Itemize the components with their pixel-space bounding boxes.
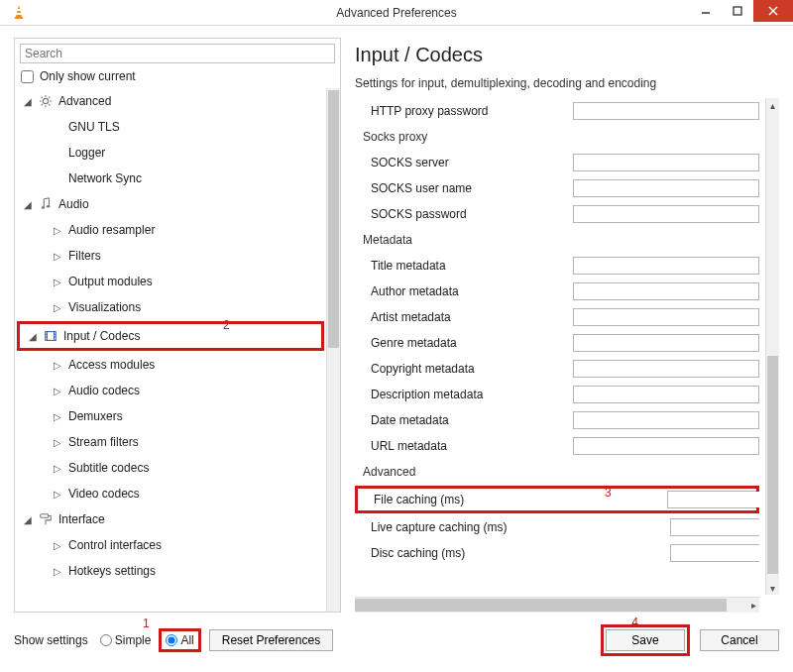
chevron-right-icon: ▷ <box>53 277 62 287</box>
scrollbar-thumb[interactable] <box>355 599 727 612</box>
chevron-right-icon: ▷ <box>53 566 62 577</box>
disc-caching-spinner[interactable]: ▲▼ <box>670 544 759 562</box>
show-settings-label: Show settings <box>14 633 88 647</box>
annotation-1: 1 <box>143 616 150 630</box>
svg-line-14 <box>49 104 50 105</box>
svg-rect-5 <box>734 7 741 15</box>
chevron-right-icon: ▷ <box>53 251 62 262</box>
tree-control-interfaces[interactable]: ▷Control interfaces <box>15 532 326 558</box>
tree-visualizations[interactable]: ▷Visualizations <box>15 294 326 320</box>
cancel-button[interactable]: Cancel <box>700 629 779 651</box>
only-show-current-checkbox[interactable] <box>21 70 34 83</box>
file-caching-input[interactable] <box>668 492 779 507</box>
svg-line-13 <box>42 97 43 98</box>
scrollbar-thumb[interactable] <box>328 90 339 348</box>
tree-logger[interactable]: Logger <box>15 140 326 166</box>
search-input[interactable] <box>20 44 335 63</box>
live-capture-input[interactable] <box>671 519 779 535</box>
tree-audio-resampler[interactable]: ▷Audio resampler <box>15 217 326 243</box>
row-file-caching: File caching (ms) ▲▼ <box>358 489 756 510</box>
scroll-down-icon[interactable]: ▾ <box>766 581 779 595</box>
chevron-right-icon: ▷ <box>53 302 62 313</box>
tree-scrollbar[interactable] <box>326 88 340 612</box>
group-socks-proxy: Socks proxy <box>355 124 759 150</box>
description-metadata-input[interactable] <box>573 386 759 403</box>
tree-audio-codecs[interactable]: ▷Audio codecs <box>15 378 326 403</box>
minimize-button[interactable] <box>690 0 722 22</box>
author-metadata-input[interactable] <box>573 282 759 300</box>
chevron-right-icon: ▷ <box>53 489 62 500</box>
tree-input-codecs[interactable]: ◢ Input / Codecs <box>20 324 321 348</box>
save-button[interactable]: Save <box>606 629 685 651</box>
genre-metadata-input[interactable] <box>573 334 759 352</box>
tree-filters[interactable]: ▷Filters <box>15 243 326 269</box>
highlight-radio-all: All <box>159 628 200 652</box>
copyright-metadata-input[interactable] <box>573 360 759 378</box>
tree-stream-filters[interactable]: ▷Stream filters <box>15 429 326 455</box>
preferences-tree[interactable]: ◢ Advanced GNU TLS Logger Network Sync ◢… <box>15 88 340 612</box>
chevron-right-icon: ▷ <box>53 540 62 551</box>
tree-subtitle-codecs[interactable]: ▷Subtitle codecs <box>15 455 326 481</box>
tree-audio[interactable]: ◢ Audio <box>15 191 326 217</box>
svg-rect-27 <box>41 514 49 518</box>
group-advanced: Advanced <box>355 459 759 485</box>
row-disc-caching: Disc caching (ms) ▲▼ <box>355 540 759 566</box>
socks-server-input[interactable] <box>573 154 759 171</box>
maximize-button[interactable] <box>722 0 753 22</box>
chevron-down-icon: ◢ <box>23 96 33 107</box>
tree-hotkeys-settings[interactable]: ▷Hotkeys settings <box>15 558 326 584</box>
tree-output-modules[interactable]: ▷Output modules <box>15 269 326 294</box>
window-title: Advanced Preferences <box>0 0 793 26</box>
disc-caching-input[interactable] <box>671 545 779 561</box>
artist-metadata-input[interactable] <box>573 308 759 326</box>
highlight-input-codecs: ◢ Input / Codecs <box>17 321 324 351</box>
titlebar: Advanced Preferences <box>0 0 793 26</box>
row-live-capture: Live capture caching (ms) ▲▼ <box>355 514 759 540</box>
reset-preferences-button[interactable]: Reset Preferences <box>209 629 333 651</box>
bottom-bar: Show settings Simple All Reset Preferenc… <box>14 618 779 662</box>
tree-video-codecs[interactable]: ▷Video codecs <box>15 481 326 506</box>
horizontal-scrollbar[interactable]: ◂ ▸ <box>355 597 759 613</box>
http-proxy-password-input[interactable] <box>573 102 759 120</box>
scroll-right-icon[interactable]: ▸ <box>746 598 760 613</box>
tree-demuxers[interactable]: ▷Demuxers <box>15 403 326 429</box>
chevron-down-icon: ◢ <box>28 331 38 342</box>
socks-user-input[interactable] <box>573 179 759 197</box>
chevron-right-icon: ▷ <box>53 463 62 474</box>
music-note-icon <box>39 197 53 211</box>
title-metadata-input[interactable] <box>573 257 759 275</box>
chevron-right-icon: ▷ <box>53 225 62 236</box>
svg-rect-3 <box>16 13 22 15</box>
tree-advanced[interactable]: ◢ Advanced <box>15 88 326 114</box>
vlc-icon <box>11 4 27 20</box>
tree-gnu-tls[interactable]: GNU TLS <box>15 114 326 140</box>
chevron-down-icon: ◢ <box>23 199 33 210</box>
close-button[interactable] <box>753 0 793 22</box>
file-caching-spinner[interactable]: ▲▼ <box>667 491 756 508</box>
only-show-current[interactable]: Only show current <box>15 65 340 88</box>
right-scrollbar[interactable]: ▴ ▾ <box>765 98 779 595</box>
radio-all[interactable]: All <box>166 633 193 647</box>
socks-password-input[interactable] <box>573 205 759 223</box>
scroll-up-icon[interactable]: ▴ <box>766 98 779 112</box>
group-metadata: Metadata <box>355 227 759 253</box>
tree-access-modules[interactable]: ▷Access modules <box>15 352 326 378</box>
live-capture-spinner[interactable]: ▲▼ <box>670 518 759 536</box>
url-metadata-input[interactable] <box>573 437 759 455</box>
tree-interface[interactable]: ◢ Interface <box>15 506 326 532</box>
right-panel: Input / Codecs Settings for input, demul… <box>351 38 779 613</box>
svg-point-8 <box>43 98 48 103</box>
highlight-file-caching: File caching (ms) ▲▼ <box>355 486 759 513</box>
scrollbar-thumb[interactable] <box>767 356 778 574</box>
svg-rect-2 <box>17 9 21 11</box>
chevron-right-icon: ▷ <box>53 437 62 448</box>
highlight-save: Save <box>601 624 690 656</box>
window-buttons <box>690 0 793 22</box>
only-show-current-label: Only show current <box>40 69 136 83</box>
svg-line-16 <box>42 104 43 105</box>
tree-network-sync[interactable]: Network Sync <box>15 166 326 191</box>
chevron-right-icon: ▷ <box>53 411 62 422</box>
date-metadata-input[interactable] <box>573 411 759 429</box>
radio-simple[interactable]: Simple <box>100 633 152 647</box>
left-panel: Only show current ◢ Advanced GNU TLS Log… <box>14 38 341 613</box>
